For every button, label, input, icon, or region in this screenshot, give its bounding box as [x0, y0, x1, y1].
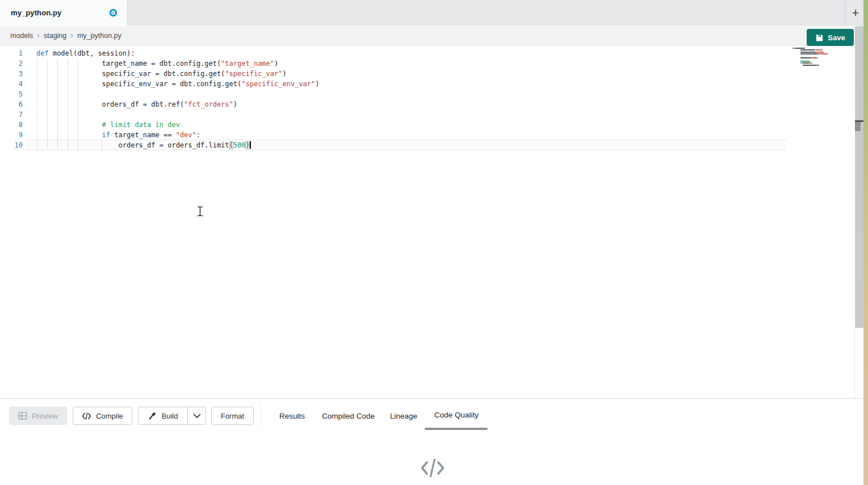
- compile-button[interactable]: Compile: [73, 407, 132, 425]
- code-line[interactable]: 5: [0, 89, 320, 99]
- breadcrumb-bar: models › staging › my_python.py: [0, 26, 863, 46]
- code-line[interactable]: 8 # limit data in dev: [0, 120, 320, 130]
- active-tab-underline: [425, 428, 488, 430]
- chevron-right-icon: ›: [70, 31, 73, 39]
- breadcrumb-item-models[interactable]: models: [10, 32, 33, 40]
- save-button-label: Save: [828, 33, 845, 42]
- format-button-label: Format: [221, 412, 244, 420]
- code-line[interactable]: 2 target_name = dbt.config.get("target_n…: [0, 58, 320, 69]
- dbt-ide-window: my_python.py + models › staging › my_pyt…: [0, 0, 868, 485]
- code-icon: [82, 412, 91, 420]
- preview-button[interactable]: Preview: [9, 407, 67, 425]
- preview-button-label: Preview: [32, 412, 58, 420]
- line-number[interactable]: 4: [0, 79, 23, 89]
- tab-code-quality[interactable]: Code Quality: [434, 406, 479, 424]
- code-line[interactable]: 3 specific_var = dbt.config.get("specifi…: [0, 69, 320, 79]
- tab-code-quality-label: Code Quality: [434, 411, 479, 419]
- breadcrumb-item-staging[interactable]: staging: [44, 32, 66, 40]
- toolbar-divider: [261, 404, 261, 427]
- desktop-wallpaper-edge: [863, 0, 868, 485]
- editor-right-border: [854, 328, 855, 398]
- line-number[interactable]: 3: [0, 69, 23, 79]
- chevron-down-icon: [193, 414, 201, 419]
- code-line[interactable]: 1def model(dbt, session):: [0, 48, 320, 58]
- floppy-disk-icon: [815, 33, 824, 42]
- chevron-right-icon: ›: [37, 31, 40, 39]
- line-number[interactable]: 1: [0, 48, 23, 58]
- tab-results[interactable]: Results: [279, 407, 305, 425]
- line-number[interactable]: 5: [0, 89, 23, 99]
- table-grid-icon: [18, 412, 27, 420]
- tab-compiled-code[interactable]: Compiled Code: [322, 407, 375, 425]
- code-placeholder-icon: [420, 457, 446, 482]
- bottom-panel: Preview Compile Build: [0, 398, 863, 485]
- tab-results-label: Results: [279, 412, 305, 420]
- format-button[interactable]: Format: [211, 407, 254, 425]
- save-button[interactable]: Save: [807, 29, 854, 46]
- line-number[interactable]: 9: [0, 130, 23, 140]
- new-tab-button[interactable]: +: [848, 0, 863, 26]
- build-split-button: Build: [138, 407, 206, 425]
- code-editor[interactable]: 1def model(dbt, session):2 target_name =…: [0, 46, 863, 398]
- breadcrumb-item-file[interactable]: my_python.py: [77, 32, 121, 40]
- editor-scrollbar-track[interactable]: [855, 26, 863, 328]
- code-lines[interactable]: 1def model(dbt, session):2 target_name =…: [0, 48, 320, 150]
- editor-scrollbar-thumb[interactable]: [855, 122, 861, 131]
- code-line[interactable]: 10 orders_df = orders_df.limit(500): [0, 140, 320, 150]
- build-options-button[interactable]: [187, 407, 206, 424]
- tab-lineage-label: Lineage: [390, 412, 417, 420]
- code-line[interactable]: 9 if target_name == "dev":: [0, 130, 320, 140]
- file-tab-title: my_python.py: [11, 9, 61, 17]
- compile-button-label: Compile: [96, 412, 123, 420]
- code-line[interactable]: 7: [0, 109, 320, 120]
- line-number[interactable]: 10: [0, 140, 23, 150]
- minimap[interactable]: [792, 48, 838, 70]
- line-number[interactable]: 6: [0, 99, 23, 109]
- unsaved-changes-icon: [110, 9, 117, 16]
- breadcrumb: models › staging › my_python.py: [10, 32, 121, 40]
- hammer-icon: [148, 411, 157, 420]
- build-button-label: Build: [162, 412, 178, 420]
- line-number[interactable]: 8: [0, 120, 23, 130]
- tab-compiled-code-label: Compiled Code: [322, 412, 375, 420]
- code-line[interactable]: 4 specific_env_var = dbt.config.get("spe…: [0, 79, 320, 89]
- build-button[interactable]: Build: [139, 407, 187, 424]
- line-number[interactable]: 2: [0, 58, 23, 69]
- file-tab-my-python[interactable]: my_python.py: [0, 0, 128, 26]
- text-caret: [250, 141, 251, 149]
- code-line[interactable]: 6 orders_df = dbt.ref("fct_orders"): [0, 99, 320, 109]
- tab-lineage[interactable]: Lineage: [390, 407, 417, 425]
- line-number[interactable]: 7: [0, 109, 23, 120]
- tab-strip-divider: [845, 0, 846, 26]
- tab-strip: my_python.py +: [0, 0, 863, 26]
